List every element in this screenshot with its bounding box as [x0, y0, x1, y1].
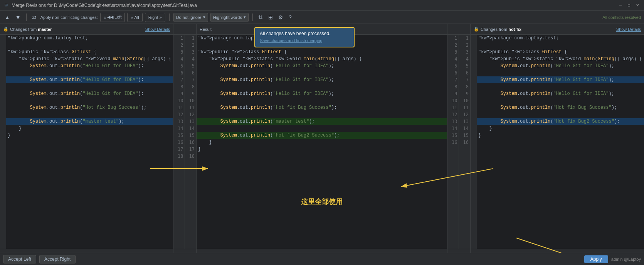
table-row: System.out.println("Hello Git for IDEA")…	[197, 90, 447, 97]
table-row	[6, 97, 173, 104]
table-row	[197, 69, 447, 76]
center-scrollbar[interactable]	[197, 249, 447, 253]
chevron-right-icon: »	[160, 15, 162, 20]
app-icon: ⊞	[3, 2, 9, 8]
table-row: System.out.println("Hot fix Bug Success"…	[6, 104, 173, 111]
prev-conflict-button[interactable]: ▲	[3, 14, 12, 21]
table-row: System.out.println("Hello Git for IDEA")…	[6, 62, 173, 69]
table-row	[197, 111, 447, 118]
table-row: System.out.println("Hello Git for IDEA")…	[477, 90, 644, 97]
chevron-left-icon: «	[104, 15, 106, 20]
table-row: }	[197, 146, 447, 153]
table-row	[197, 97, 447, 104]
apply-label: Apply non-conflicting changes:	[40, 15, 98, 20]
table-row	[477, 97, 644, 104]
right-code-area[interactable]: "kw">package com.laptoy.test; "kw">publi…	[477, 35, 644, 249]
table-row: System.out.println("Hello Git for IDEA")…	[197, 76, 447, 83]
table-row	[6, 83, 173, 90]
gear-icon-btn[interactable]: ⚙	[277, 14, 285, 21]
save-finish-link[interactable]: Save changes and finish merging	[260, 38, 323, 43]
table-row	[197, 125, 447, 132]
all-icon: «	[131, 15, 133, 20]
table-row	[477, 42, 644, 49]
bottom-bar: Accept Left Accept Right Apply admin @La…	[0, 253, 644, 265]
table-row	[6, 69, 173, 76]
table-row	[477, 69, 644, 76]
toolbar: ▲ ▼ ⇄ Apply non-conflicting changes: « ◀…	[0, 11, 644, 24]
right-gutter	[471, 35, 477, 249]
table-row: }	[6, 132, 173, 139]
table-row	[197, 83, 447, 90]
right-scrollbar[interactable]	[471, 249, 644, 253]
right-panel: 🔒 Changes from hot-fix Show Details "kw"…	[471, 24, 644, 253]
center-code-area[interactable]: "kw">package com.laptoy.test; "kw">publi…	[197, 35, 447, 249]
table-row: System.out.println("Hello Git for IDEA")…	[6, 76, 173, 83]
table-row: }	[197, 139, 447, 146]
table-row: }	[6, 125, 173, 132]
conflicts-status: All conflicts resolved	[602, 15, 641, 20]
tooltip-popup: All changes have been processed. Save ch…	[254, 27, 355, 47]
table-row: System.out.println("master test");	[197, 118, 447, 125]
table-row: System.out.println("master test");	[6, 118, 173, 125]
left-panel-title: Changes from master	[10, 27, 52, 32]
table-row: System.out.println("Hot fix Bug Success"…	[197, 104, 447, 111]
minimize-button[interactable]: ─	[617, 2, 624, 9]
right-panel-header: 🔒 Changes from hot-fix Show Details	[471, 24, 644, 35]
table-row	[6, 111, 173, 118]
table-row: "kw">public "kw">static "kw">void main(S…	[477, 56, 644, 62]
right-panel-title: Changes from hot-fix	[481, 27, 521, 32]
table-row: "kw">public "kw">class GitTest {	[197, 49, 447, 56]
accept-left-button[interactable]: Accept Left	[3, 255, 36, 263]
next-conflict-button[interactable]: ▼	[14, 14, 22, 21]
left-show-details[interactable]: Show Details	[145, 27, 170, 32]
merge-panels: 🔒 Changes from master Show Details "kw">…	[0, 24, 644, 253]
table-row	[477, 111, 644, 118]
left-code-area[interactable]: "kw">package com.laptoy.test; "kw">publi…	[6, 35, 173, 249]
help-icon-btn[interactable]: ?	[287, 14, 293, 21]
ignore-dropdown[interactable]: Do not ignore ▾	[173, 13, 208, 22]
left-scrollbar[interactable]	[0, 249, 173, 253]
table-row: "kw">public "kw">class GitTest {	[6, 49, 173, 56]
center-panel: Result All changes have been processed. …	[197, 24, 447, 253]
left-panel-header: 🔒 Changes from master Show Details	[0, 24, 173, 35]
all-button[interactable]: « All	[127, 13, 142, 22]
table-row	[477, 139, 644, 146]
maximize-button[interactable]: □	[626, 2, 632, 9]
table-row	[197, 153, 447, 160]
table-row: System.out.println("Hello Git for IDEA")…	[477, 76, 644, 83]
dropdown-arrow-icon2: ▾	[244, 15, 246, 20]
table-row: "kw">package com.laptoy.test;	[6, 35, 173, 42]
result-label: Result	[200, 27, 212, 32]
table-row	[477, 83, 644, 90]
window-title: Merge Revisions for D:\MyCode\GitCode\gi…	[12, 3, 197, 8]
title-bar: ⊞ Merge Revisions for D:\MyCode\GitCode\…	[0, 0, 644, 11]
table-row	[6, 42, 173, 49]
table-row: "kw">public "kw">static "kw">void main(S…	[6, 56, 173, 62]
table-row: System.out.println("Hello Git for IDEA")…	[6, 90, 173, 97]
left-gutter	[0, 35, 6, 249]
table-row: }	[477, 132, 644, 139]
lock-icon-right: 🔒	[474, 27, 479, 32]
table-row: "kw">package com.laptoy.test;	[477, 35, 644, 42]
tooltip-title: All changes have been processed.	[260, 31, 349, 36]
table-row: System.out.println("Hot fix Bug Success"…	[477, 104, 644, 111]
close-button[interactable]: ✕	[634, 2, 641, 9]
sync-button[interactable]: ⇄	[30, 14, 38, 21]
user-status: admin @Laptoy	[611, 257, 641, 262]
table-row: "kw">public "kw">static "kw">void main(S…	[197, 56, 447, 62]
table-row: System.out.println("Hot fix Bug2 Success…	[477, 118, 644, 125]
columns-icon-btn[interactable]: ⊞	[267, 14, 274, 21]
left-button[interactable]: « ◀◀ Left	[100, 13, 125, 22]
settings-icon-btn[interactable]: ⇅	[257, 14, 264, 21]
highlight-dropdown[interactable]: Highlight words ▾	[210, 13, 249, 22]
apply-button[interactable]: Apply	[584, 255, 608, 263]
table-row: System.out.println("Hello Git for IDEA")…	[197, 62, 447, 69]
table-row: }	[477, 125, 644, 132]
left-panel: 🔒 Changes from master Show Details "kw">…	[0, 24, 173, 253]
table-row: System.out.println("Hot fix Bug2 Success…	[197, 132, 447, 139]
right-button[interactable]: Right »	[145, 13, 165, 22]
right-show-details[interactable]: Show Details	[616, 27, 641, 32]
table-row: System.out.println("Hello Git for IDEA")…	[477, 62, 644, 69]
accept-right-button[interactable]: Accept Right	[39, 255, 76, 263]
table-row: "kw">public "kw">class GitTest {	[477, 49, 644, 56]
